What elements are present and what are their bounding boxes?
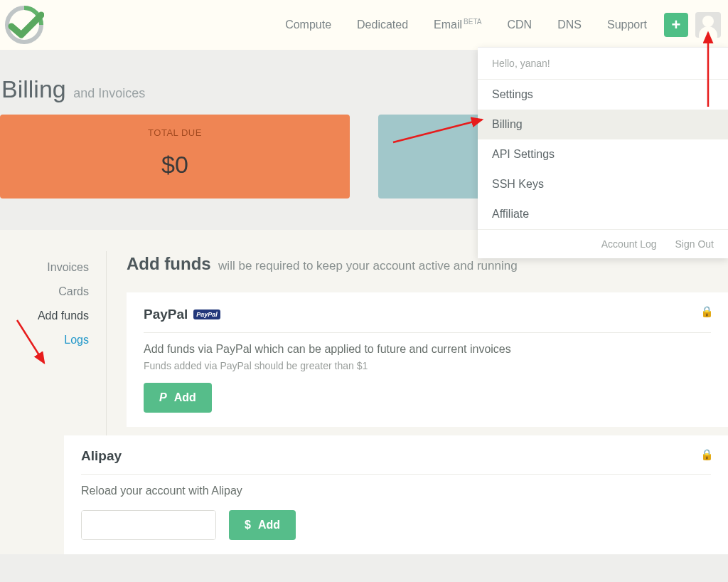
dropdown-item-ssh-keys[interactable]: SSH Keys	[478, 169, 728, 199]
user-avatar[interactable]	[695, 12, 721, 38]
dropdown-item-api-settings[interactable]: API Settings	[478, 139, 728, 169]
dollar-icon: $	[245, 519, 251, 531]
card-due-value: $0	[0, 151, 350, 179]
card-due-label: TOTAL DUE	[0, 127, 350, 138]
sidebar-item-logs[interactable]: Logs	[0, 328, 106, 352]
alipay-amount-input[interactable]	[82, 511, 216, 539]
brand-logo[interactable]	[4, 5, 44, 45]
paypal-icon: P	[159, 391, 167, 404]
sidebar-item-cards[interactable]: Cards	[0, 280, 106, 304]
nav-dedicated[interactable]: Dedicated	[344, 11, 421, 38]
alipay-panel: Alipay 🔒 Reload your account with Alipay…	[64, 435, 728, 554]
lock-icon: 🔒	[700, 305, 714, 318]
alipay-desc: Reload your account with Alipay	[81, 485, 711, 497]
top-header: Compute Dedicated EmailBETA CDN DNS Supp…	[0, 0, 728, 50]
divider	[81, 474, 711, 475]
content-title: Add funds	[127, 254, 211, 273]
page-title: Billing	[1, 75, 66, 102]
dropdown-account-log[interactable]: Account Log	[601, 238, 657, 250]
divider	[144, 332, 711, 333]
content-subtitle: will be required to keep your account ac…	[218, 259, 518, 273]
user-dropdown: Hello, yanan! Settings Billing API Setti…	[478, 47, 728, 258]
nav-email[interactable]: EmailBETA	[421, 11, 494, 38]
dropdown-item-settings[interactable]: Settings	[478, 80, 728, 110]
page-subtitle: and Invoices	[73, 86, 145, 100]
add-button[interactable]: +	[664, 13, 688, 37]
main-nav: Compute Dedicated EmailBETA CDN DNS Supp…	[272, 11, 721, 38]
alipay-add-button[interactable]: $ Add	[229, 510, 296, 540]
paypal-add-label: Add	[174, 391, 196, 404]
paypal-add-button[interactable]: P Add	[144, 383, 212, 413]
dropdown-footer: Account Log Sign Out	[478, 229, 728, 258]
nav-compute[interactable]: Compute	[272, 11, 344, 38]
nav-cdn[interactable]: CDN	[495, 11, 545, 38]
dropdown-item-billing[interactable]: Billing	[478, 110, 728, 139]
billing-body: Invoices Cards Add funds Logs Add funds …	[0, 230, 728, 554]
paypal-desc: Add funds via PayPal which can be applie…	[144, 343, 711, 356]
paypal-note: Funds added via PayPal should be greater…	[144, 360, 711, 371]
card-total-due[interactable]: TOTAL DUE $0	[0, 115, 350, 199]
paypal-panel: PayPal PayPal 🔒 Add funds via PayPal whi…	[127, 292, 728, 427]
alipay-title: Alipay	[81, 448, 711, 464]
dropdown-item-affiliate[interactable]: Affiliate	[478, 199, 728, 229]
billing-content: Add funds will be required to keep your …	[107, 251, 728, 554]
lock-icon: 🔒	[700, 448, 714, 461]
alipay-input-row: $ $ Add	[81, 510, 711, 540]
nav-support[interactable]: Support	[594, 11, 660, 38]
paypal-title-row: PayPal PayPal	[144, 307, 711, 322]
paypal-badge-icon: PayPal	[193, 309, 220, 319]
alipay-amount-wrap: $	[81, 510, 216, 540]
alipay-add-label: Add	[258, 519, 280, 531]
paypal-title: PayPal	[144, 307, 188, 322]
sidebar-item-invoices[interactable]: Invoices	[0, 255, 106, 280]
nav-dns[interactable]: DNS	[545, 11, 594, 38]
sidebar-item-add-funds[interactable]: Add funds	[0, 304, 106, 328]
dropdown-greeting: Hello, yanan!	[478, 48, 728, 80]
dropdown-sign-out[interactable]: Sign Out	[675, 238, 714, 250]
